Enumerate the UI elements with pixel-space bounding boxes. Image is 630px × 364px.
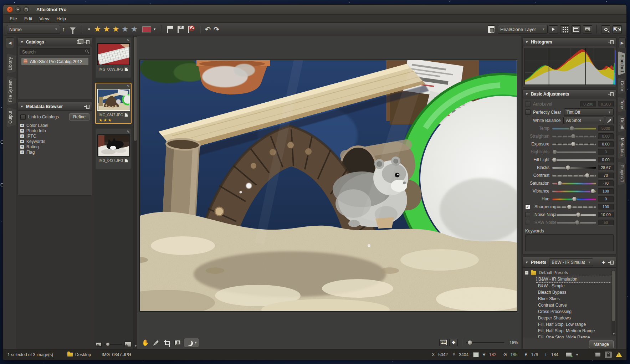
hue-value[interactable]: 0 <box>598 196 614 202</box>
white-balance-eyedropper-button[interactable] <box>606 117 614 124</box>
rotate-left-icon[interactable]: ↶ <box>205 25 211 34</box>
saturation-slider[interactable] <box>552 183 596 184</box>
right-tab-plugins-1[interactable]: Plugins 1 <box>618 161 626 186</box>
temp-value[interactable]: 5000 <box>598 125 614 132</box>
refine-button[interactable]: Refine <box>69 113 89 121</box>
scrollbar-down-arrow[interactable]: ▼ <box>134 344 137 348</box>
zoom-slider[interactable] <box>466 342 504 343</box>
slider-thumb[interactable] <box>565 165 570 170</box>
perfectly-clear-dropdown[interactable]: Tint Off ▼ <box>564 108 614 116</box>
preset-item-fill-half-stop-low-range[interactable]: Fill, Half Stop, Low range <box>536 321 615 328</box>
menu-edit[interactable]: Edit <box>21 15 36 22</box>
slider-thumb[interactable] <box>569 126 574 131</box>
left-tab-library[interactable]: Library <box>7 53 16 74</box>
rating-star-3[interactable]: ★ <box>112 25 119 34</box>
pin-icon[interactable] <box>608 40 614 43</box>
scrollbar-thumb[interactable] <box>612 271 615 321</box>
color-label-swatch[interactable] <box>142 26 151 32</box>
proof-icon[interactable] <box>595 352 601 357</box>
rating-star-1[interactable]: ★ <box>94 25 101 34</box>
highlights-slider[interactable] <box>552 151 596 153</box>
zoom-100-button[interactable]: 1:1 <box>439 339 448 346</box>
flag-pick-button[interactable] <box>166 26 174 33</box>
thumbnail-img_0099.jpg[interactable]: ✎IMG_0099.JPG <box>95 37 132 78</box>
thumbnail-img_0347.jpg[interactable]: ✎IMG_0347.JPG★★★ <box>95 83 132 124</box>
chevron-down-icon[interactable]: ▼ <box>153 28 156 31</box>
preset-item-fill-one-stop-wide-range[interactable]: Fill, One Stop, Wide Range <box>536 334 615 338</box>
heal-clone-tool-button[interactable]: ▼ <box>184 338 199 347</box>
preset-item-deeper-shadows[interactable]: Deeper Shadows <box>536 315 615 321</box>
left-tab-file-system[interactable]: File System <box>7 76 16 106</box>
left-tab-output[interactable]: Output <box>7 107 16 128</box>
slider-thumb[interactable] <box>557 181 562 186</box>
scrollbar-thumb[interactable] <box>134 37 137 141</box>
redeye-tool-button[interactable] <box>173 338 182 347</box>
thumbnail-view-button[interactable] <box>560 25 569 34</box>
raw-noise-slider[interactable] <box>557 222 596 224</box>
presets-scrollbar[interactable]: ▼ <box>611 270 615 335</box>
sharpening-checkbox[interactable]: ✓ <box>525 204 530 209</box>
pin-icon[interactable] <box>608 261 614 264</box>
collapse-triangle-icon[interactable]: ▼ <box>525 261 528 264</box>
metadata-tree-item-keywords[interactable]: +Keywords <box>20 139 89 144</box>
rotate-right-icon[interactable]: ↷ <box>214 25 219 34</box>
preset-item-fill-half-stop-medium-range[interactable]: Fill, Half Stop, Medium Range <box>536 328 615 334</box>
right-tab-color[interactable]: Color <box>618 77 626 95</box>
image-add-icon[interactable] <box>565 352 572 357</box>
titlebar[interactable]: ✕ – ▢ AfterShot Pro <box>3 5 626 15</box>
metadata-tree-item-flag[interactable]: +Flag <box>20 149 89 155</box>
expand-plus-icon[interactable]: + <box>20 150 24 154</box>
slider-thumb[interactable] <box>572 196 577 201</box>
close-button[interactable]: ✕ <box>7 6 13 12</box>
temp-slider[interactable] <box>552 128 596 129</box>
fit-view-button[interactable]: ✥ <box>449 339 458 346</box>
contrast-slider[interactable] <box>552 175 596 176</box>
basic-adjustments-header[interactable]: ▼ Basic Adjustments <box>523 90 616 98</box>
collapse-triangle-icon[interactable]: ▼ <box>525 40 528 44</box>
catalog-search-input[interactable] <box>20 48 90 56</box>
menu-file[interactable]: File <box>6 15 21 22</box>
highlights-value[interactable]: 0 <box>598 149 614 155</box>
autolevel-value-1[interactable]: 0.200 <box>580 101 596 107</box>
sharpening-value[interactable]: 100 <box>598 204 614 210</box>
metadata-tree-item-iptc[interactable]: +IPTC <box>20 133 89 139</box>
rating-star-5[interactable]: ★ <box>130 25 138 34</box>
noise-ninja-value[interactable]: 10.00 <box>598 212 614 218</box>
expand-plus-icon[interactable]: + <box>20 134 24 138</box>
pin-icon[interactable] <box>84 40 89 43</box>
presets-header[interactable]: ▼ Presets B&W - IR Simulation ▼ + <box>523 257 616 268</box>
raw-noise-checkbox[interactable] <box>525 220 530 225</box>
slider-thumb[interactable] <box>571 134 576 139</box>
fill-light-value[interactable]: 0.00 <box>598 157 614 163</box>
right-tab-tone[interactable]: Tone <box>618 96 626 113</box>
catalog-item[interactable]: AfterShot Pro Catalog 2012 <box>21 58 88 65</box>
add-preset-icon[interactable]: + <box>602 259 605 266</box>
noise-ninja-slider[interactable] <box>557 214 596 216</box>
lock-button[interactable] <box>604 351 612 358</box>
fullscreen-button[interactable]: ⇱⇲ <box>613 25 622 34</box>
crop-tool-button[interactable] <box>162 338 171 347</box>
slider-thumb[interactable] <box>585 173 590 178</box>
catalogs-panel-header[interactable]: ▼ Catalogs <box>18 38 92 46</box>
rating-star-2[interactable]: ★ <box>103 25 110 34</box>
slideshow-button[interactable] <box>549 25 558 34</box>
white-balance-dropdown[interactable]: As Shot ▼ <box>563 117 604 124</box>
slider-thumb[interactable] <box>576 212 581 217</box>
scrollbar-down-arrow[interactable]: ▼ <box>612 332 615 335</box>
preset-item-bluer-skies[interactable]: Bluer Skies <box>536 296 615 302</box>
slider-thumb[interactable] <box>567 204 572 209</box>
collapse-right-panel-button[interactable]: ▶ <box>619 37 626 48</box>
magnifier-button[interactable] <box>601 25 610 34</box>
metadata-tree-item-color-label[interactable]: +Color Label <box>20 123 89 128</box>
preset-item-cross-processing[interactable]: Cross Processing <box>536 308 615 315</box>
maximize-button[interactable]: ▢ <box>23 6 29 12</box>
blacks-slider[interactable] <box>552 167 596 169</box>
preset-item-b-w-simple[interactable]: B&W - Simple <box>536 283 615 289</box>
pin-icon[interactable] <box>608 92 614 96</box>
slider-thumb[interactable] <box>552 157 557 162</box>
filmstrip-scrollbar[interactable]: ▼ <box>133 36 137 349</box>
collapse-triangle-icon[interactable]: ▼ <box>20 105 24 108</box>
contrast-value[interactable]: 70 <box>598 173 614 179</box>
layer-selector-dropdown[interactable]: Heal/Clone Layer ▼ <box>498 25 548 34</box>
perfectly-clear-checkbox[interactable] <box>525 109 531 115</box>
